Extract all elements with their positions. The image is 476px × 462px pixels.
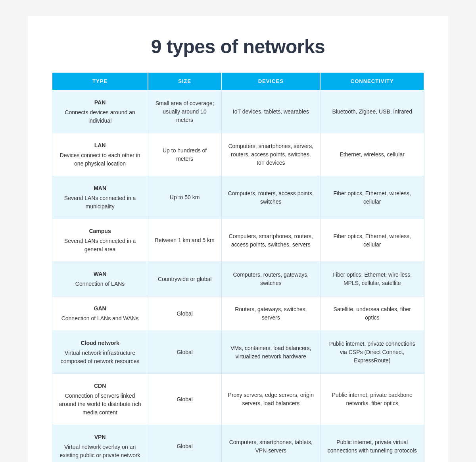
type-name: MAN [59, 184, 142, 192]
type-name: WAN [59, 270, 142, 278]
type-desc: Connection of servers linked around the … [59, 393, 141, 416]
cell-connectivity: Fiber optics, Ethernet, wire-less, MPLS,… [320, 262, 424, 296]
table-row: CampusSeveral LANs connected in a genera… [52, 219, 424, 262]
type-desc: Several LANs connected in a general area [64, 238, 136, 252]
cell-devices: VMs, containers, load balancers, virtual… [221, 331, 320, 374]
cell-type: VPNVirtual network overlay on an existin… [52, 425, 148, 462]
type-desc: Virtual network overlay on an existing p… [60, 444, 140, 458]
cell-devices: Computers, routers, gateways, switches [221, 262, 320, 296]
col-header-size: SIZE [148, 72, 221, 90]
type-name: LAN [59, 141, 142, 150]
cell-type: CampusSeveral LANs connected in a genera… [52, 219, 148, 262]
cell-connectivity: Fiber optics, Ethernet, wireless, cellul… [320, 176, 424, 219]
cell-type: GANConnection of LANs and WANs [52, 296, 148, 331]
type-name: PAN [59, 98, 142, 107]
type-desc: Several LANs connected in a municipality [64, 195, 136, 210]
cell-type: MANSeveral LANs connected in a municipal… [52, 176, 148, 219]
cell-devices: IoT devices, tablets, wearables [221, 90, 320, 133]
table-row: LANDevices connect to each other in one … [52, 133, 424, 176]
cell-type: PANConnects devices around an individual [52, 90, 148, 133]
cell-size: Global [148, 296, 221, 331]
col-header-type: TYPE [52, 72, 148, 90]
type-name: VPN [59, 433, 142, 441]
cell-devices: Computers, smartphones, tablets, VPN ser… [221, 425, 320, 462]
cell-type: LANDevices connect to each other in one … [52, 133, 148, 176]
cell-connectivity: Public internet, private backbone networ… [320, 374, 424, 425]
type-name: Cloud network [59, 339, 142, 347]
table-row: WANConnection of LANsCountrywide or glob… [52, 262, 424, 296]
cell-devices: Routers, gateways, switches, servers [221, 296, 320, 331]
cell-size: Up to 50 km [148, 176, 221, 219]
cell-size: Global [148, 331, 221, 374]
type-name: GAN [59, 304, 142, 313]
type-desc: Connects devices around an individual [65, 109, 135, 124]
cell-connectivity: Ethernet, wireless, cellular [320, 133, 424, 176]
col-header-connectivity: CONNECTIVITY [320, 72, 424, 90]
cell-size: Countrywide or global [148, 262, 221, 296]
type-desc: Virtual network infrastructure composed … [61, 350, 139, 364]
cell-type: WANConnection of LANs [52, 262, 148, 296]
type-name: CDN [59, 382, 142, 390]
cell-connectivity: Public internet, private connections via… [320, 331, 424, 374]
table-row: MANSeveral LANs connected in a municipal… [52, 176, 424, 219]
col-header-devices: DEVICES [221, 72, 320, 90]
cell-connectivity: Fiber optics, Ethernet, wireless, cellul… [320, 219, 424, 262]
page-title: 9 types of networks [52, 36, 424, 58]
cell-devices: Computers, smartphones, routers, access … [221, 219, 320, 262]
main-card: 9 types of networks TYPE SIZE DEVICES CO… [28, 16, 448, 462]
type-name: Campus [59, 227, 142, 235]
cell-size: Small area of coverage; usually around 1… [148, 90, 221, 133]
type-desc: Connection of LANs and WANs [61, 315, 139, 321]
type-desc: Devices connect to each other in one phy… [60, 152, 140, 167]
cell-size: Global [148, 425, 221, 462]
table-row: Cloud networkVirtual network infrastruct… [52, 331, 424, 374]
table-row: GANConnection of LANs and WANsGlobalRout… [52, 296, 424, 331]
table-row: CDNConnection of servers linked around t… [52, 374, 424, 425]
cell-size: Global [148, 374, 221, 425]
table-row: VPNVirtual network overlay on an existin… [52, 425, 424, 462]
cell-size: Up to hundreds of meters [148, 133, 221, 176]
cell-devices: Proxy servers, edge servers, origin serv… [221, 374, 320, 425]
cell-type: CDNConnection of servers linked around t… [52, 374, 148, 425]
network-types-table: TYPE SIZE DEVICES CONNECTIVITY PANConnec… [52, 72, 424, 462]
cell-connectivity: Bluetooth, Zigbee, USB, infrared [320, 90, 424, 133]
cell-devices: Computers, routers, access points, switc… [221, 176, 320, 219]
cell-size: Between 1 km and 5 km [148, 219, 221, 262]
cell-connectivity: Satellite, undersea cables, fiber optics [320, 296, 424, 331]
type-desc: Connection of LANs [75, 281, 125, 287]
cell-devices: Computers, smartphones, servers, routers… [221, 133, 320, 176]
cell-connectivity: Public internet, private virtual connect… [320, 425, 424, 462]
table-row: PANConnects devices around an individual… [52, 90, 424, 133]
cell-type: Cloud networkVirtual network infrastruct… [52, 331, 148, 374]
